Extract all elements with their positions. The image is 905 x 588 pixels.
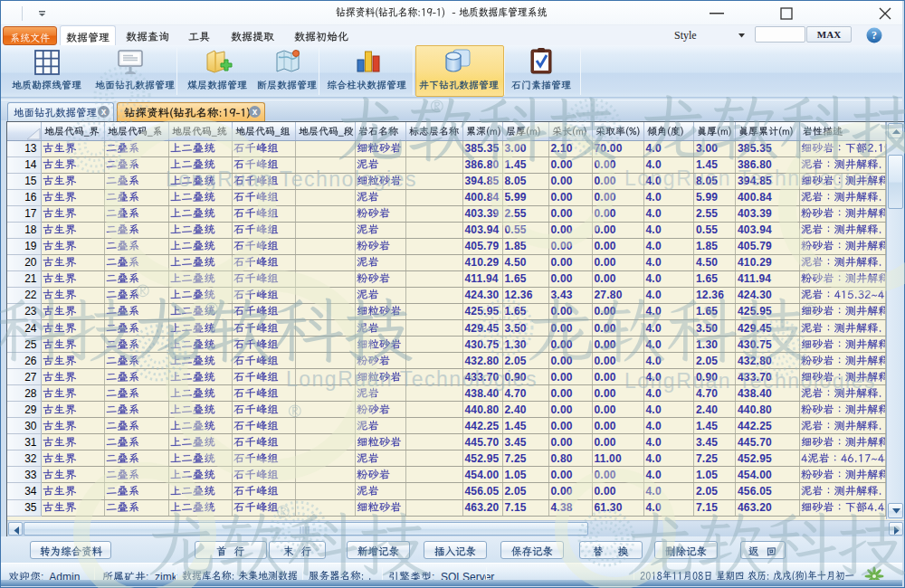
svg-text:?: ?: [872, 29, 877, 42]
